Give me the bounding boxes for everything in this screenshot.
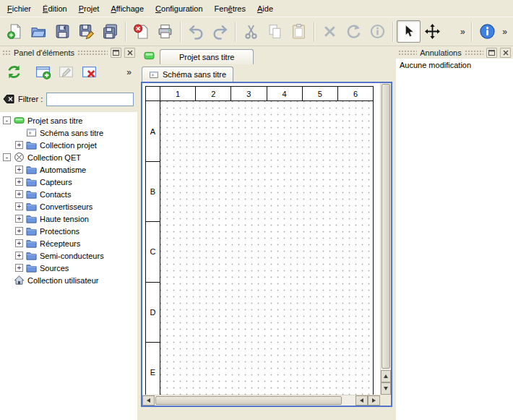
reload-collections-button[interactable] bbox=[3, 61, 25, 83]
move-mode-button[interactable] bbox=[421, 20, 444, 43]
menu-aide[interactable]: Aide bbox=[251, 0, 279, 17]
menu-label: dition bbox=[48, 4, 66, 13]
tree-expander[interactable]: + bbox=[15, 166, 23, 173]
left-arrow-icon bbox=[147, 398, 150, 403]
dot-grid[interactable] bbox=[160, 101, 373, 395]
undo-button[interactable] bbox=[184, 20, 208, 43]
menu-affichage[interactable]: Affichage bbox=[105, 0, 150, 17]
elements-panel-titlebar[interactable]: Panel d'éléments bbox=[0, 46, 137, 59]
new-element-button[interactable] bbox=[32, 61, 53, 83]
column-header: 4 bbox=[267, 87, 302, 101]
select-mode-button[interactable] bbox=[397, 20, 421, 43]
tree-item-collection-utilisateur[interactable]: Collection utilisateur bbox=[0, 274, 137, 286]
tree-expander[interactable]: + bbox=[15, 239, 23, 247]
edit-element-button[interactable] bbox=[55, 61, 77, 83]
tree-expander[interactable]: + bbox=[15, 202, 23, 210]
tree-item-schema-sans-titre[interactable]: Schéma sans titre bbox=[0, 127, 137, 139]
tree-item-label: Convertisseurs bbox=[40, 202, 92, 211]
tab-schema-sans-titre[interactable]: Schéma sans titre bbox=[142, 67, 233, 82]
tree-item-contacts[interactable]: + Contacts bbox=[0, 188, 137, 200]
vertical-scrollbar-thumb[interactable] bbox=[381, 84, 390, 369]
delete-element-button[interactable] bbox=[78, 61, 100, 83]
tree-item-label: Sources bbox=[40, 264, 69, 273]
row-header: C bbox=[146, 221, 160, 281]
print-button[interactable] bbox=[153, 20, 177, 43]
filter-label: Filtrer : bbox=[18, 95, 43, 103]
info-button[interactable] bbox=[366, 20, 389, 43]
menu-label: P bbox=[79, 4, 84, 13]
tree-expander[interactable]: + bbox=[15, 252, 23, 260]
tree-item-collection-projet[interactable]: + Collection projet bbox=[0, 139, 137, 151]
redo-button[interactable] bbox=[208, 20, 232, 43]
tree-item-automatisme[interactable]: + Automatisme bbox=[0, 163, 137, 176]
undo-panel-float-button[interactable] bbox=[486, 48, 497, 58]
float-icon bbox=[488, 50, 495, 56]
tree-expander[interactable]: + bbox=[15, 215, 23, 223]
tree-item-convertisseurs[interactable]: + Convertisseurs bbox=[0, 200, 137, 213]
scroll-right-button[interactable] bbox=[368, 395, 380, 406]
tree-item-protections[interactable]: + Protections bbox=[0, 225, 137, 237]
close-file-button[interactable] bbox=[129, 20, 153, 43]
menu-projet[interactable]: Projet bbox=[73, 0, 105, 17]
undo-list-item[interactable]: Aucune modification bbox=[396, 59, 513, 72]
elements-panel-overflow-chevron[interactable]: » bbox=[124, 61, 134, 83]
scroll-down-button[interactable] bbox=[381, 382, 391, 395]
menu-label: ichier bbox=[12, 4, 31, 13]
tree-expander[interactable]: + bbox=[15, 227, 23, 235]
copy-button[interactable] bbox=[263, 20, 287, 43]
horizontal-scrollbar-thumb[interactable] bbox=[155, 396, 342, 405]
undo-panel-titlebar[interactable]: Annulations bbox=[396, 46, 513, 59]
tree-expander[interactable]: + bbox=[15, 178, 23, 186]
menu-fichier[interactable]: Fichier bbox=[1, 0, 37, 17]
copy-icon bbox=[267, 23, 283, 40]
delete-button[interactable] bbox=[318, 20, 342, 43]
save-all-button[interactable] bbox=[98, 20, 122, 43]
tree-item-semi-conducteurs[interactable]: + Semi-conducteurs bbox=[0, 249, 137, 262]
about-toolbar-chevron[interactable]: » bbox=[499, 20, 510, 43]
folder-icon bbox=[26, 262, 37, 273]
new-file-button[interactable] bbox=[3, 20, 27, 43]
close-icon bbox=[127, 50, 133, 56]
tree-item-projet-sans-titre[interactable]: - Projet sans titre bbox=[0, 114, 137, 127]
tree-item-label: Collection QET bbox=[27, 153, 81, 162]
save-button[interactable] bbox=[51, 20, 74, 43]
tree-expander[interactable]: - bbox=[3, 116, 11, 124]
diagram-canvas[interactable]: 1 2 3 4 5 6 A B C D E bbox=[142, 83, 380, 395]
elements-panel-float-button[interactable] bbox=[111, 48, 121, 58]
undo-panel-close-button[interactable] bbox=[500, 48, 511, 58]
tree-item-recepteurs[interactable]: + Récepteurs bbox=[0, 237, 137, 249]
about-button[interactable] bbox=[475, 20, 499, 43]
scroll-left-button[interactable] bbox=[142, 395, 155, 406]
menu-configuration[interactable]: Configuration bbox=[150, 0, 208, 17]
elements-panel-close-button[interactable] bbox=[124, 48, 135, 58]
delete-icon bbox=[322, 23, 338, 40]
save-as-button[interactable] bbox=[74, 20, 98, 43]
menu-label: F bbox=[7, 4, 12, 13]
rotate-button[interactable] bbox=[342, 20, 366, 43]
row-header: E bbox=[146, 342, 160, 395]
left-arrow-icon bbox=[360, 398, 363, 403]
tree-expander[interactable]: - bbox=[3, 153, 11, 161]
cut-button[interactable] bbox=[239, 20, 263, 43]
menu-fenetres[interactable]: Fenêtres bbox=[209, 0, 251, 17]
tree-expander[interactable]: + bbox=[15, 141, 23, 149]
paste-button[interactable] bbox=[287, 20, 311, 43]
tree-item-label: Collection utilisateur bbox=[27, 276, 98, 285]
toolbar-overflow-chevron[interactable]: » bbox=[457, 20, 468, 43]
toolbar-separator bbox=[314, 22, 315, 42]
undo-history-list: Aucune modification bbox=[396, 59, 513, 420]
menu-edition[interactable]: Édition bbox=[37, 0, 73, 17]
rotate-icon bbox=[345, 23, 362, 40]
tree-item-collection-qet[interactable]: - Collection QET bbox=[0, 151, 137, 163]
tree-expander[interactable]: + bbox=[15, 190, 23, 198]
open-file-button[interactable] bbox=[27, 20, 51, 43]
dock-grip bbox=[77, 50, 108, 56]
tab-projet-sans-titre[interactable]: Projet sans titre bbox=[160, 49, 254, 64]
tree-expander[interactable]: + bbox=[15, 264, 23, 272]
scroll-up-button[interactable] bbox=[381, 370, 391, 382]
filter-input[interactable] bbox=[46, 93, 134, 106]
tree-item-haute-tension[interactable]: + Haute tension bbox=[0, 213, 137, 225]
tree-item-sources[interactable]: + Sources bbox=[0, 262, 137, 274]
tree-item-capteurs[interactable]: + Capteurs bbox=[0, 176, 137, 188]
scroll-left-button-2[interactable] bbox=[355, 395, 368, 406]
